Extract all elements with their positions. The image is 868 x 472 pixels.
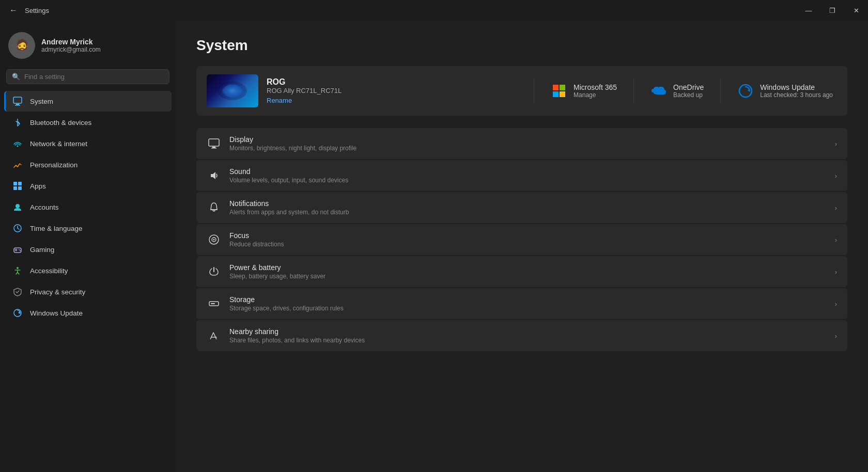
svg-rect-18: [560, 85, 565, 90]
power-text: Power & battery Sleep, battery usage, ba…: [229, 263, 827, 280]
setting-row-notifications[interactable]: Notifications Alerts from apps and syste…: [196, 192, 847, 223]
display-chevron: ›: [835, 140, 837, 148]
network-icon: [12, 138, 23, 149]
storage-chevron: ›: [835, 300, 837, 308]
svg-rect-25: [211, 148, 216, 149]
sidebar-item-label-accessibility: Accessibility: [30, 267, 68, 275]
sidebar-item-accessibility[interactable]: Accessibility: [4, 260, 172, 281]
svg-point-13: [17, 267, 19, 269]
nearby-icon: [207, 328, 221, 343]
sidebar: 🧔 Andrew Myrick admyrick@gmail.com 🔍 Sys…: [0, 21, 176, 472]
microsoft365-text: Microsoft 365 Manage: [574, 83, 617, 99]
sidebar-item-personalization[interactable]: Personalization: [4, 154, 172, 175]
focus-icon: [207, 232, 221, 247]
focus-chevron: ›: [835, 236, 837, 244]
sidebar-item-label-bluetooth: Bluetooth & devices: [30, 119, 91, 127]
sound-chevron: ›: [835, 172, 837, 180]
sidebar-item-update[interactable]: Windows Update: [4, 303, 172, 323]
svg-rect-17: [553, 85, 559, 90]
sidebar-item-time[interactable]: Time & language: [4, 218, 172, 239]
personalization-icon: [12, 160, 23, 170]
setting-row-focus[interactable]: Focus Reduce distractions ›: [196, 224, 847, 255]
privacy-icon: [12, 287, 23, 297]
info-item-winupdate[interactable]: Windows Update Last checked: 3 hours ago: [733, 81, 837, 101]
setting-row-storage[interactable]: Storage Storage space, drives, configura…: [196, 288, 847, 319]
sidebar-item-gaming[interactable]: Gaming: [4, 239, 172, 260]
page-title: System: [196, 37, 847, 54]
svg-point-8: [16, 204, 20, 208]
search-input[interactable]: [24, 73, 164, 81]
display-text: Display Monitors, brightness, night ligh…: [229, 135, 827, 152]
display-icon: [207, 136, 221, 151]
setting-row-display[interactable]: Display Monitors, brightness, night ligh…: [196, 128, 847, 159]
avatar: 🧔: [8, 32, 35, 59]
sound-sub: Volume levels, output, input, sound devi…: [229, 177, 827, 184]
svg-point-29: [213, 239, 215, 241]
sidebar-item-network[interactable]: Network & internet: [4, 133, 172, 154]
setting-row-nearby[interactable]: Nearby sharing Share files, photos, and …: [196, 320, 847, 351]
power-icon: [207, 264, 221, 279]
sidebar-item-label-update: Windows Update: [30, 309, 83, 317]
info-item-microsoft365[interactable]: Microsoft 365 Manage: [547, 81, 621, 101]
onedrive-sub: Backed up: [673, 91, 704, 99]
microsoft365-sub: Manage: [574, 91, 617, 99]
microsoft365-icon: [551, 83, 567, 99]
notifications-text: Notifications Alerts from apps and syste…: [229, 199, 827, 216]
search-box[interactable]: 🔍: [6, 69, 169, 84]
microsoft365-label: Microsoft 365: [574, 83, 617, 91]
focus-sub: Reduce distractions: [229, 241, 827, 248]
info-item-onedrive[interactable]: OneDrive Backed up: [646, 81, 708, 101]
sidebar-item-label-system: System: [30, 98, 53, 105]
svg-marker-26: [211, 172, 215, 179]
apps-icon: [12, 181, 23, 191]
setting-row-sound[interactable]: Sound Volume levels, output, input, soun…: [196, 160, 847, 191]
sidebar-item-system[interactable]: System: [4, 91, 172, 112]
sidebar-item-bluetooth[interactable]: Bluetooth & devices: [4, 112, 172, 133]
back-button[interactable]: ←: [6, 3, 21, 18]
window-controls: — ❐ ✕: [797, 0, 868, 21]
settings-list: Display Monitors, brightness, night ligh…: [196, 128, 847, 351]
restore-button[interactable]: ❐: [820, 0, 844, 21]
winupdate-sub: Last checked: 3 hours ago: [760, 91, 833, 99]
nearby-text: Nearby sharing Share files, photos, and …: [229, 327, 827, 344]
onedrive-label: OneDrive: [673, 83, 704, 91]
svg-rect-6: [13, 186, 17, 190]
user-name: Andrew Myrick: [41, 38, 101, 46]
sidebar-item-label-apps: Apps: [30, 182, 46, 190]
close-button[interactable]: ✕: [844, 0, 868, 21]
power-title: Power & battery: [229, 263, 827, 272]
storage-icon: [207, 296, 221, 311]
focus-title: Focus: [229, 231, 827, 240]
accounts-icon: [12, 202, 23, 212]
sidebar-item-label-privacy: Privacy & security: [30, 288, 85, 296]
gaming-icon: [12, 244, 23, 255]
time-icon: [12, 223, 23, 233]
notifications-title: Notifications: [229, 199, 827, 208]
svg-rect-24: [212, 147, 215, 148]
winupdate-label: Windows Update: [760, 83, 833, 91]
app-title: Settings: [25, 7, 49, 14]
sidebar-item-accounts[interactable]: Accounts: [4, 197, 172, 217]
divider-3: [720, 78, 721, 104]
setting-row-power[interactable]: Power & battery Sleep, battery usage, ba…: [196, 256, 847, 287]
info-bar: ROG ROG Ally RC71L_RC71L Rename: [196, 66, 847, 116]
sidebar-item-privacy[interactable]: Privacy & security: [4, 281, 172, 302]
focus-text: Focus Reduce distractions: [229, 231, 827, 248]
sound-icon: [207, 168, 221, 183]
device-image: [207, 74, 258, 107]
sidebar-item-apps[interactable]: Apps: [4, 176, 172, 196]
rename-link[interactable]: Rename: [267, 97, 342, 104]
svg-rect-23: [209, 139, 219, 146]
nearby-sub: Share files, photos, and links with near…: [229, 337, 827, 344]
minimize-button[interactable]: —: [797, 0, 820, 21]
user-email: admyrick@gmail.com: [41, 46, 101, 53]
notifications-icon: [207, 200, 221, 215]
storage-sub: Storage space, drives, configuration rul…: [229, 305, 827, 312]
svg-point-11: [19, 249, 20, 250]
sidebar-item-label-accounts: Accounts: [30, 203, 59, 211]
onedrive-text: OneDrive Backed up: [673, 83, 704, 99]
sidebar-item-label-personalization: Personalization: [30, 161, 78, 169]
device-name: ROG: [267, 77, 342, 87]
search-icon: 🔍: [12, 73, 20, 81]
sound-title: Sound: [229, 167, 827, 176]
